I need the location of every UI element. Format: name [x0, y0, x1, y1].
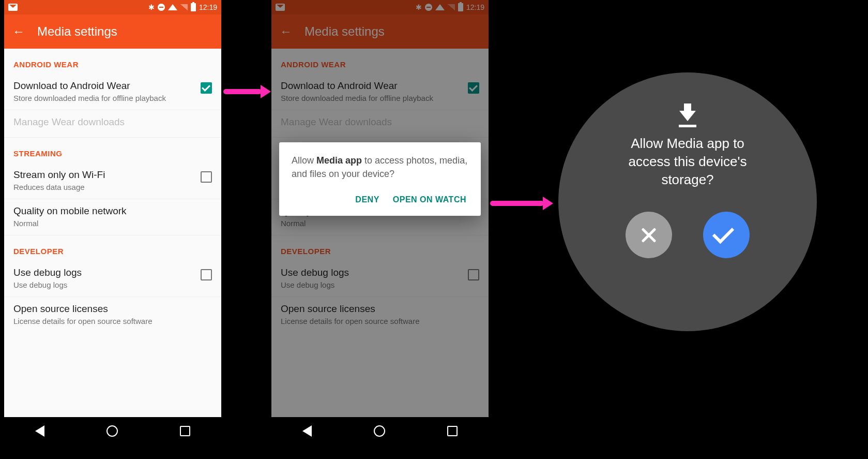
- back-icon[interactable]: ←: [12, 24, 25, 39]
- setting-subtitle: Store downloaded media for offline playb…: [13, 94, 195, 102]
- flow-arrow-2: [490, 201, 552, 210]
- nav-recent-button[interactable]: [447, 426, 458, 436]
- setting-debug-logs[interactable]: Use debug logs Use debug logs: [4, 261, 221, 297]
- permission-dialog-text: Allow Media app to access photos, media,…: [292, 154, 468, 181]
- watch-allow-button[interactable]: [703, 212, 750, 258]
- page-title: Media settings: [37, 24, 117, 39]
- wifi-icon: [168, 4, 177, 10]
- nav-recent-button[interactable]: [180, 426, 190, 436]
- setting-title: Quality on mobile network: [13, 205, 212, 217]
- nav-home-button[interactable]: [374, 425, 385, 437]
- signal-icon: [180, 4, 188, 10]
- watch-permission-text: Allow Media app to access this device's …: [600, 135, 776, 189]
- gmail-notification-icon: [8, 4, 18, 11]
- setting-subtitle: License details for open source software: [13, 317, 212, 325]
- dnd-icon: [158, 4, 165, 11]
- section-developer: DEVELOPER: [4, 235, 221, 261]
- open-on-watch-button[interactable]: OPEN ON WATCH: [393, 195, 466, 204]
- nav-back-button[interactable]: [302, 425, 312, 437]
- checkbox-download-to-wear[interactable]: [201, 82, 212, 94]
- battery-icon: [191, 3, 196, 11]
- flow-arrow-1: [223, 89, 270, 98]
- setting-title: Use debug logs: [13, 267, 195, 278]
- status-time: 12:19: [199, 3, 217, 11]
- setting-subtitle: Use debug logs: [13, 280, 195, 289]
- setting-manage-wear-downloads[interactable]: Manage Wear downloads: [4, 110, 221, 138]
- section-streaming: STREAMING: [4, 138, 221, 163]
- setting-quality-mobile[interactable]: Quality on mobile network Normal: [4, 199, 221, 235]
- phone-screenshot-2: ✱ 12:19 ← Media settings ANDROID WEAR Do…: [271, 0, 489, 445]
- bluetooth-icon: ✱: [148, 3, 155, 11]
- setting-subtitle: Normal: [13, 219, 212, 228]
- setting-title: Download to Android Wear: [13, 80, 195, 92]
- wear-watch-face: Allow Media app to access this device's …: [558, 72, 817, 331]
- setting-title: Stream only on Wi-Fi: [13, 169, 195, 181]
- checkbox-stream-wifi[interactable]: [201, 171, 212, 183]
- setting-stream-wifi[interactable]: Stream only on Wi-Fi Reduces data usage: [4, 163, 221, 199]
- app-bar: ← Media settings: [4, 14, 221, 49]
- download-icon: [678, 103, 697, 127]
- deny-button[interactable]: DENY: [355, 195, 379, 204]
- nav-bar: [271, 417, 489, 445]
- nav-bar: [4, 417, 221, 445]
- status-bar: ✱ 12:19: [4, 0, 221, 14]
- nav-home-button[interactable]: [106, 425, 118, 437]
- checkbox-debug-logs[interactable]: [201, 269, 212, 280]
- nav-back-button[interactable]: [35, 425, 44, 437]
- permission-dialog: Allow Media app to access photos, media,…: [279, 142, 481, 216]
- setting-download-to-wear[interactable]: Download to Android Wear Store downloade…: [4, 74, 221, 110]
- setting-subtitle: Reduces data usage: [13, 183, 195, 191]
- phone-screenshot-1: ✱ 12:19 ← Media settings ANDROID WEAR Do…: [4, 0, 221, 445]
- section-android-wear: ANDROID WEAR: [4, 49, 221, 74]
- setting-title: Open source licenses: [13, 303, 212, 315]
- setting-title: Manage Wear downloads: [13, 116, 212, 128]
- watch-deny-button[interactable]: [626, 212, 672, 258]
- setting-open-source-licenses[interactable]: Open source licenses License details for…: [4, 297, 221, 333]
